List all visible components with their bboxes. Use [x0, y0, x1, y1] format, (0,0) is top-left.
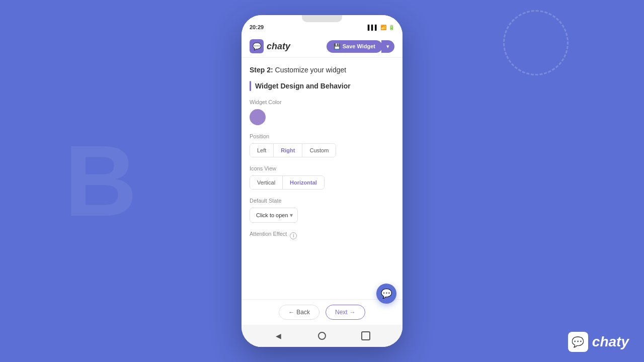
- android-bar: ◀: [242, 325, 403, 347]
- save-icon: 💾: [334, 43, 341, 50]
- default-state-field: Default State Click to open Always open …: [250, 198, 394, 223]
- next-arrow-icon: →: [350, 309, 356, 316]
- section-header: Widget Design and Behavior: [250, 81, 394, 91]
- back-button[interactable]: ← Back: [279, 305, 319, 320]
- color-swatch[interactable]: [250, 109, 266, 125]
- icons-view-btn-group: Vertical Horizontal: [250, 175, 325, 190]
- position-label: Position: [250, 133, 394, 139]
- header-actions: 💾 Save Widget ▾: [327, 40, 394, 53]
- icons-view-label: Icons View: [250, 165, 394, 171]
- bottom-logo-icon: 💬: [568, 332, 588, 352]
- default-state-select-wrapper: Click to open Always open Always closed: [250, 208, 298, 223]
- fab-chat-icon: 💬: [381, 288, 392, 299]
- attention-effect-label: Attention Effect: [250, 231, 287, 237]
- position-right-button[interactable]: Right: [274, 144, 302, 157]
- position-btn-group: Left Right Custom: [250, 143, 336, 157]
- section-title: Widget Design and Behavior: [255, 82, 351, 90]
- android-back-icon: ◀: [276, 332, 281, 340]
- status-notch: [302, 15, 342, 22]
- status-icons: ▌▌▌ 📶 🔋: [368, 25, 394, 30]
- wifi-icon: 📶: [380, 25, 386, 30]
- attention-effect-field: Attention Effect i: [250, 231, 394, 241]
- widget-color-label: Widget Color: [250, 99, 394, 105]
- position-left-button[interactable]: Left: [250, 144, 274, 157]
- battery-icon: 🔋: [388, 25, 394, 30]
- status-time: 20:29: [250, 24, 264, 30]
- bg-decorative-text: B: [64, 123, 132, 239]
- bottom-right-logo: 💬 chaty: [568, 332, 629, 352]
- android-recents-button[interactable]: [360, 330, 372, 342]
- bottom-logo-text: chaty: [592, 334, 629, 350]
- section-bar: [250, 81, 251, 91]
- default-state-select[interactable]: Click to open Always open Always closed: [250, 208, 298, 223]
- phone-frame: 20:29 ▌▌▌ 📶 🔋 💬 chaty 💾 Save Widget ▾ St…: [242, 15, 403, 347]
- fab-chat-button[interactable]: 💬: [376, 284, 396, 304]
- logo-area: 💬 chaty: [250, 39, 290, 53]
- save-widget-button[interactable]: 💾 Save Widget: [327, 40, 382, 53]
- status-bar: 20:29 ▌▌▌ 📶 🔋: [242, 15, 403, 35]
- chaty-logo-text: chaty: [267, 41, 290, 52]
- chaty-logo-icon: 💬: [250, 39, 264, 53]
- widget-color-field: Widget Color: [250, 99, 394, 125]
- icons-view-field: Icons View Vertical Horizontal: [250, 165, 394, 190]
- step-title: Step 2: Customize your widget: [250, 66, 394, 74]
- next-button[interactable]: Next →: [326, 305, 365, 320]
- save-dropdown-button[interactable]: ▾: [381, 40, 394, 53]
- android-home-icon: [318, 332, 326, 340]
- app-header: 💬 chaty 💾 Save Widget ▾: [242, 35, 403, 58]
- default-state-label: Default State: [250, 198, 394, 204]
- info-icon[interactable]: i: [290, 232, 297, 239]
- position-custom-button[interactable]: Custom: [302, 144, 336, 157]
- back-arrow-icon: ←: [288, 309, 294, 316]
- position-field: Position Left Right Custom: [250, 133, 394, 157]
- icons-view-vertical-button[interactable]: Vertical: [250, 176, 283, 189]
- bg-circle-decoration: [503, 10, 569, 75]
- android-home-button[interactable]: [316, 330, 328, 342]
- icons-view-horizontal-button[interactable]: Horizontal: [283, 176, 324, 189]
- bottom-nav: ← Back Next → 💬: [242, 299, 403, 325]
- android-recents-icon: [361, 331, 370, 340]
- signal-icon: ▌▌▌: [368, 25, 378, 30]
- android-back-button[interactable]: ◀: [272, 330, 284, 342]
- main-content: Step 2: Customize your widget Widget Des…: [242, 58, 403, 299]
